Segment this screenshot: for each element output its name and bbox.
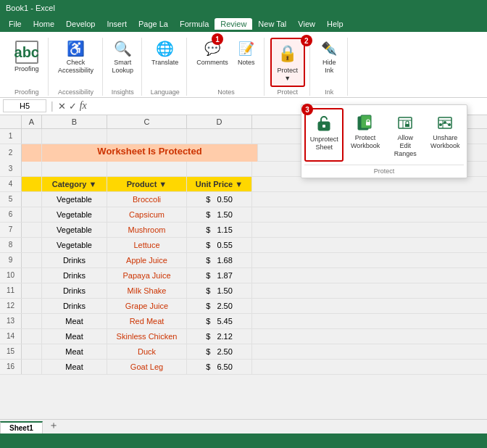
protect-workbook-button[interactable]: ProtectWorkbook xyxy=(346,108,383,162)
hide-ink-button[interactable]: ✒️ HideInk xyxy=(316,38,342,77)
notes-label: Notes xyxy=(238,59,255,67)
protect-dropdown-group-label: Protect xyxy=(304,165,464,175)
cell-a4[interactable] xyxy=(22,177,42,191)
formula-sep: | xyxy=(49,100,55,112)
badge-protect: 2 xyxy=(301,35,312,46)
ribbon-group-label-protect: Protect xyxy=(278,87,299,96)
allow-edit-ranges-button[interactable]: Allow EditRanges xyxy=(387,108,424,162)
svg-line-16 xyxy=(446,123,448,124)
smart-lookup-label: SmartLookup xyxy=(112,59,134,75)
translate-icon: 🌐 xyxy=(157,40,174,57)
svg-rect-4 xyxy=(366,122,370,125)
protect-workbook-icon xyxy=(355,112,375,133)
cell-a2[interactable] xyxy=(22,144,42,162)
protect-label: Protect▼ xyxy=(278,67,299,83)
table-row: 11DrinksMilk Shake$ 1.50 xyxy=(0,283,487,299)
allow-edit-ranges-icon xyxy=(395,112,415,133)
ribbon-group-accessibility: ♿ CheckAccessibility Accessibility xyxy=(50,38,103,96)
table-row: 14MeatSkinless Chicken$ 2.12 xyxy=(0,329,487,344)
svg-rect-1 xyxy=(322,125,325,128)
ribbon-group-label-ink: Ink xyxy=(325,87,333,96)
app-title: Book1 - Excel xyxy=(6,4,55,12)
notes-button[interactable]: 📝 Notes xyxy=(233,38,259,69)
row-num: 3 xyxy=(0,162,22,176)
translate-label: Translate xyxy=(151,59,178,67)
ribbon-group-ink: ✒️ HideInk Ink xyxy=(312,38,348,96)
unprotect-sheet-button[interactable]: UnprotectSheet xyxy=(304,108,344,162)
proofing-button[interactable]: abc Proofing xyxy=(10,38,43,76)
menu-file[interactable]: File xyxy=(3,18,28,30)
col-header-a[interactable]: A xyxy=(22,115,42,128)
cell-c4[interactable]: Product ▼ xyxy=(107,177,187,191)
cell-b1[interactable] xyxy=(42,129,107,144)
formula-bar-icons: ✕ ✓ fx xyxy=(58,100,87,112)
proofing-label: Proofing xyxy=(14,65,39,73)
menu-develop[interactable]: Develop xyxy=(60,18,101,30)
menu-review[interactable]: Review xyxy=(215,18,252,30)
protect-button[interactable]: 🔒 Protect▼ xyxy=(270,38,305,87)
cell-d4[interactable]: Unit Price ▼ xyxy=(187,177,252,191)
protect-dropdown-items: UnprotectSheet ProtectWorkbook xyxy=(304,108,464,162)
col-header-c[interactable]: C xyxy=(107,115,187,128)
col-header-d[interactable]: D xyxy=(187,115,252,128)
ribbon-group-label-accessibility: Accessibility xyxy=(58,87,93,96)
check-accessibility-button[interactable]: ♿ CheckAccessibility xyxy=(54,38,98,77)
menu-new-tab[interactable]: New Tal xyxy=(252,18,292,30)
confirm-icon[interactable]: ✓ xyxy=(69,101,77,112)
cell-b4[interactable]: Category ▼ xyxy=(42,177,107,191)
sheet-tabs: Sheet1 ＋ xyxy=(0,419,487,434)
menu-insert[interactable]: Insert xyxy=(101,18,133,30)
check-accessibility-label: CheckAccessibility xyxy=(58,59,93,75)
protect-workbook-label: ProtectWorkbook xyxy=(351,134,380,150)
title-bar: Book1 - Excel xyxy=(0,0,487,16)
ribbon-group-label-notes: Notes xyxy=(217,87,235,96)
cell-a3[interactable] xyxy=(22,162,42,176)
unshare-workbook-button[interactable]: UnshareWorkbook xyxy=(427,108,464,162)
svg-rect-8 xyxy=(405,124,409,127)
check-accessibility-icon: ♿ xyxy=(67,40,85,57)
unprotect-sheet-icon xyxy=(314,114,334,134)
proofing-icon: abc xyxy=(15,41,38,64)
menu-view[interactable]: View xyxy=(292,18,321,30)
cell-d3[interactable] xyxy=(187,162,252,176)
ribbon-group-language: 🌐 Translate Language xyxy=(143,38,187,96)
hide-ink-label: HideInk xyxy=(322,59,336,75)
table-row: 13MeatRed Meat$ 5.45 xyxy=(0,314,487,329)
menu-formula[interactable]: Formula xyxy=(174,18,215,30)
ribbon-group-protect: 🔒 Protect▼ Protect 2 xyxy=(266,38,310,96)
col-header-b[interactable]: B xyxy=(42,115,107,128)
cell-b2-merged[interactable]: Worksheet Is Protected xyxy=(42,144,258,162)
notes-icon: 📝 xyxy=(238,40,255,57)
ribbon-group-label-language: Language xyxy=(151,87,180,96)
name-box[interactable] xyxy=(3,99,46,112)
cell-c3[interactable] xyxy=(107,162,187,176)
ribbon-group-notes: 💬 Comments 📝 Notes Notes xyxy=(188,38,265,96)
ribbon-group-label-insights: Insights xyxy=(112,87,134,96)
cell-b3[interactable] xyxy=(42,162,107,176)
cell-a1[interactable] xyxy=(22,129,42,144)
table-row: 6VegetableCapsicum$ 1.50 xyxy=(0,207,487,223)
cell-d1[interactable] xyxy=(187,129,252,144)
unshare-workbook-icon xyxy=(435,112,455,133)
table-row: 9DrinksApple Juice$ 1.68 xyxy=(0,253,487,268)
menu-page-layout[interactable]: Page La xyxy=(133,18,174,30)
cancel-icon[interactable]: ✕ xyxy=(58,101,66,112)
smart-lookup-button[interactable]: 🔍 SmartLookup xyxy=(109,38,138,77)
menu-bar: File Home Develop Insert Page La Formula… xyxy=(0,16,487,32)
svg-rect-5 xyxy=(399,117,412,128)
add-sheet-button[interactable]: ＋ xyxy=(44,418,63,434)
table-row: 5VegetableBroccoli$ 0.50 xyxy=(0,192,487,207)
function-icon[interactable]: fx xyxy=(80,100,87,112)
ribbon-group-insights: 🔍 SmartLookup Insights xyxy=(104,38,143,96)
translate-button[interactable]: 🌐 Translate xyxy=(148,38,182,69)
menu-help[interactable]: Help xyxy=(321,18,349,30)
table-row: 4 Category ▼ Product ▼ Unit Price ▼ xyxy=(0,177,487,192)
comments-label: Comments xyxy=(196,59,228,67)
row-num: 1 xyxy=(0,129,22,144)
table-row: 15MeatDuck$ 2.50 xyxy=(0,344,487,360)
sheet-tab-sheet1[interactable]: Sheet1 xyxy=(0,421,43,434)
cell-c1[interactable] xyxy=(107,129,187,144)
table-row: 8VegetableLettuce$ 0.55 xyxy=(0,238,487,253)
menu-home[interactable]: Home xyxy=(28,18,60,30)
ribbon-group-label-proofing: Proofing xyxy=(14,87,39,96)
